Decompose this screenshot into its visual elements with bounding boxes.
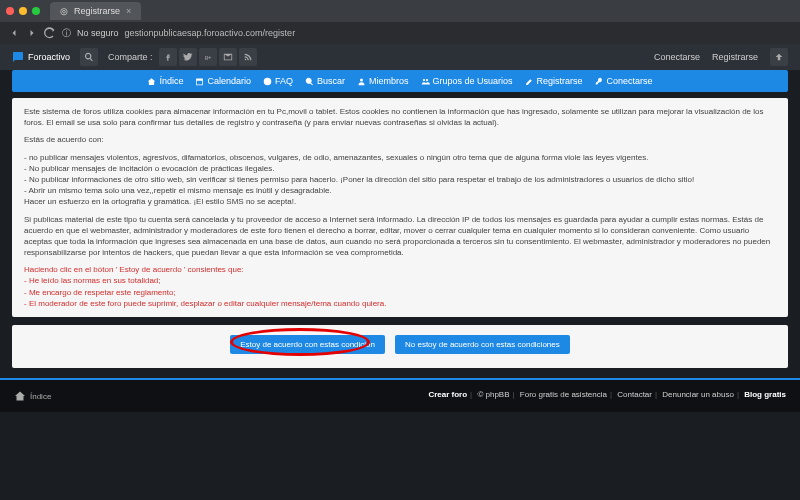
search-icon (305, 77, 314, 86)
back-icon[interactable] (8, 27, 20, 39)
user-icon (357, 77, 366, 86)
reload-icon[interactable] (44, 27, 56, 39)
footer-contact-link[interactable]: Contactar (617, 390, 652, 399)
terms-p1: Este sistema de foros utiliza cookies pa… (24, 106, 776, 128)
site-logo[interactable]: Foroactivo (12, 51, 70, 63)
nav-index-label: Índice (159, 76, 183, 86)
login-link[interactable]: Conectarse (654, 52, 700, 62)
nav-groups-label: Grupos de Usuarios (433, 76, 513, 86)
terms-b5: Hacer un esfuerzo en la ortografía y gra… (24, 196, 776, 207)
svg-point-4 (425, 78, 427, 80)
nav-search-label: Buscar (317, 76, 345, 86)
share-gplus[interactable]: g+ (199, 48, 217, 66)
calendar-icon (195, 77, 204, 86)
agree-button[interactable]: Estoy de acuerdo con estas condicion (230, 335, 385, 354)
gplus-icon: g+ (203, 52, 213, 62)
maximize-window-icon[interactable] (32, 7, 40, 15)
terms-b1: - no publicar mensajes violentos, agresi… (24, 152, 776, 163)
footer-phpbb-link[interactable]: © phpBB (477, 390, 509, 399)
minimize-window-icon[interactable] (19, 7, 27, 15)
register-link[interactable]: Registrarse (712, 52, 758, 62)
nav-index[interactable]: Índice (147, 76, 183, 86)
mail-icon (223, 52, 233, 62)
share-label: Comparte : (108, 52, 153, 62)
home-icon (14, 390, 26, 402)
footer-free-link[interactable]: Foro gratis de asistencia (520, 390, 607, 399)
scroll-top-button[interactable] (770, 48, 788, 66)
main-nav: Índice Calendario FAQ Buscar Miembros Gr… (12, 70, 788, 92)
footer-right: Crear foro| © phpBB| Foro gratis de asis… (428, 390, 786, 402)
share-twitter[interactable] (179, 48, 197, 66)
browser-tab[interactable]: ◎ Registrarse × (50, 2, 141, 20)
footer-create-link[interactable]: Crear foro (428, 390, 467, 399)
nav-faq-label: FAQ (275, 76, 293, 86)
search-icon (84, 52, 94, 62)
nav-login-label: Conectarse (607, 76, 653, 86)
key-icon (595, 77, 604, 86)
search-button[interactable] (80, 48, 98, 66)
terms-panel: Este sistema de foros utiliza cookies pa… (12, 98, 788, 317)
nav-search[interactable]: Buscar (305, 76, 345, 86)
nav-faq[interactable]: FAQ (263, 76, 293, 86)
facebook-icon (163, 52, 173, 62)
insecure-icon: ⓘ (62, 27, 71, 40)
site-header: Foroactivo Comparte : g+ Conectarse Regi… (0, 44, 800, 70)
nav-calendar-label: Calendario (207, 76, 251, 86)
share-mail[interactable] (219, 48, 237, 66)
svg-text:g+: g+ (204, 54, 211, 60)
nav-groups[interactable]: Grupos de Usuarios (421, 76, 513, 86)
nav-members[interactable]: Miembros (357, 76, 409, 86)
terms-b3: - No publicar informaciones de otro siti… (24, 174, 776, 185)
arrow-up-icon (774, 52, 784, 62)
header-right: Conectarse Registrarse (654, 48, 788, 66)
svg-point-1 (264, 77, 272, 85)
window-controls (6, 7, 40, 15)
terms-r2: - He leído las normas en sus totalidad; (24, 275, 776, 286)
share-rss[interactable] (239, 48, 257, 66)
tab-favicon-icon: ◎ (60, 6, 68, 16)
tab-title: Registrarse (74, 6, 120, 16)
nav-register-label: Registrarse (537, 76, 583, 86)
chat-icon (12, 51, 24, 63)
terms-b4: - Abrir un mismo tema solo una vez,,repe… (24, 185, 776, 196)
terms-agree-intro: Estás de acuerdo con: (24, 134, 776, 145)
site-footer: Índice Crear foro| © phpBB| Foro gratis … (0, 378, 800, 412)
disagree-button[interactable]: No estoy de acuerdo con estas condicione… (395, 335, 570, 354)
nav-calendar[interactable]: Calendario (195, 76, 251, 86)
rss-icon (243, 52, 253, 62)
twitter-icon (183, 52, 193, 62)
share-bar: Comparte : g+ (108, 48, 257, 66)
edit-icon (525, 77, 534, 86)
footer-left: Índice (14, 390, 51, 402)
footer-index-link[interactable]: Índice (30, 392, 51, 401)
close-tab-icon[interactable]: × (126, 6, 131, 16)
terms-b2: - No publicar mensajes de incitación o e… (24, 163, 776, 174)
insecure-label: No seguro (77, 28, 119, 38)
home-icon (147, 77, 156, 86)
nav-register[interactable]: Registrarse (525, 76, 583, 86)
footer-blog-link[interactable]: Blog gratis (744, 390, 786, 399)
nav-members-label: Miembros (369, 76, 409, 86)
address-bar: ⓘ No seguro gestionpublicaesap.foroactiv… (0, 22, 800, 44)
brand-name: Foroactivo (28, 52, 70, 62)
terms-p2: Si publicas material de este tipo tu cue… (24, 214, 776, 259)
close-window-icon[interactable] (6, 7, 14, 15)
nav-login[interactable]: Conectarse (595, 76, 653, 86)
svg-point-2 (360, 78, 363, 81)
url-text[interactable]: gestionpublicaesap.foroactivo.com/regist… (125, 28, 296, 38)
browser-tab-bar: ◎ Registrarse × (0, 0, 800, 22)
svg-point-3 (422, 78, 424, 80)
groups-icon (421, 77, 430, 86)
terms-r1: Haciendo clic en el bóton ' Estoy de acu… (24, 264, 776, 275)
terms-r3: - Me encargo de respetar este reglamento… (24, 287, 776, 298)
footer-report-link[interactable]: Denunciar un abuso (662, 390, 734, 399)
forward-icon[interactable] (26, 27, 38, 39)
question-icon (263, 77, 272, 86)
agree-button-row: Estoy de acuerdo con estas condicion No … (12, 325, 788, 368)
terms-r4: - El moderador de este foro puede suprim… (24, 298, 776, 309)
share-facebook[interactable] (159, 48, 177, 66)
